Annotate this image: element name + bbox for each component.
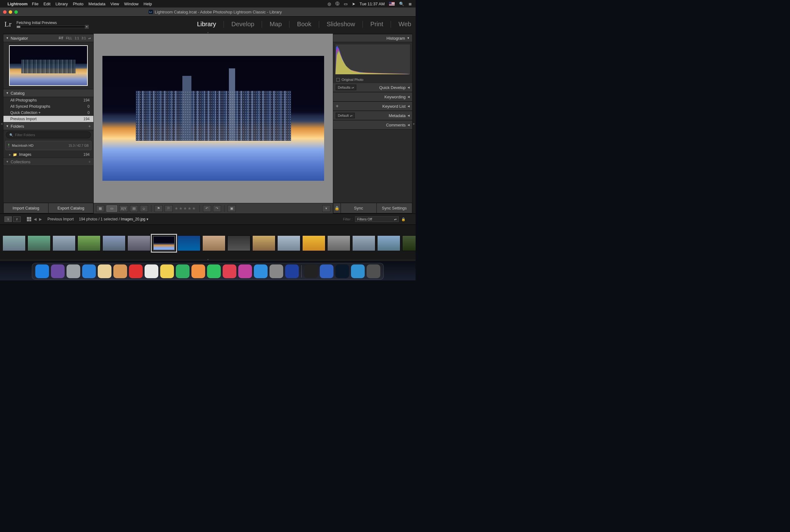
original-photo-toggle[interactable]: Original Photo bbox=[333, 76, 412, 83]
filmstrip-thumb[interactable] bbox=[277, 235, 300, 251]
module-library[interactable]: Library bbox=[197, 21, 216, 28]
catalog-header[interactable]: ▼ Catalog bbox=[3, 89, 93, 97]
menubar-clock[interactable]: Tue 11:37 AM bbox=[360, 2, 385, 6]
menu-edit[interactable]: Edit bbox=[43, 2, 50, 6]
minimize-window-button[interactable] bbox=[9, 10, 12, 14]
dock-app-icon[interactable] bbox=[191, 264, 205, 278]
menu-library[interactable]: Library bbox=[56, 2, 68, 6]
dock-app-icon[interactable] bbox=[335, 264, 349, 278]
primary-monitor-button[interactable]: 1 bbox=[4, 216, 12, 222]
spotlight-icon[interactable]: 🔍 bbox=[399, 2, 404, 6]
folder-row[interactable]: ▶ 📁 Images 194 bbox=[3, 151, 93, 158]
navigator-preview[interactable] bbox=[9, 45, 88, 86]
menu-help[interactable]: Help bbox=[144, 2, 152, 6]
checkbox-icon[interactable] bbox=[336, 78, 340, 81]
flag-reject-button[interactable]: ⚐ bbox=[165, 205, 173, 212]
input-source-flag-icon[interactable] bbox=[389, 2, 395, 6]
histogram-header[interactable]: Histogram ▼ bbox=[333, 34, 412, 42]
add-collection-button[interactable]: + bbox=[88, 159, 91, 164]
loupe-view-button[interactable]: ▭ bbox=[106, 205, 117, 212]
folders-header[interactable]: ▼ Folders + bbox=[3, 122, 93, 130]
add-folder-button[interactable]: + bbox=[88, 124, 91, 129]
filmstrip-thumb[interactable] bbox=[352, 235, 375, 251]
dock-app-icon[interactable] bbox=[176, 264, 190, 278]
filmstrip-thumb[interactable] bbox=[127, 235, 151, 251]
flag-pick-button[interactable]: ⚑ bbox=[154, 205, 163, 212]
dock-app-icon[interactable] bbox=[145, 264, 158, 278]
source-label[interactable]: Previous Import bbox=[48, 217, 74, 221]
keywording-header[interactable]: Keywording ◀ bbox=[333, 92, 412, 101]
filmstrip-thumb[interactable] bbox=[402, 235, 416, 251]
cursor-icon[interactable]: ➤ bbox=[352, 2, 355, 6]
nav-forward-icon[interactable]: ▶ bbox=[39, 217, 42, 221]
dock-app-icon[interactable] bbox=[129, 264, 143, 278]
module-book[interactable]: Book bbox=[297, 21, 311, 28]
module-develop[interactable]: Develop bbox=[231, 21, 254, 28]
comments-header[interactable]: Comments ◀ bbox=[333, 120, 412, 130]
displays-icon[interactable]: ▭ bbox=[344, 2, 347, 6]
keyword-list-header[interactable]: + Keyword List ◀ bbox=[333, 101, 412, 111]
navigator-header[interactable]: ▼ Navigator FIT FILL 1:1 3:1 ▴▾ bbox=[3, 34, 93, 42]
slideshow-button[interactable]: ▣ bbox=[228, 205, 236, 212]
dock-app-icon[interactable] bbox=[304, 264, 318, 278]
filmstrip-thumb[interactable] bbox=[152, 235, 175, 251]
module-map[interactable]: Map bbox=[269, 21, 282, 28]
compare-view-button[interactable]: X|Y bbox=[119, 205, 128, 212]
close-window-button[interactable] bbox=[3, 10, 6, 14]
rotate-cw-button[interactable]: ↷ bbox=[213, 205, 221, 212]
grid-view-button[interactable]: ▦ bbox=[96, 205, 104, 212]
dock-app-icon[interactable] bbox=[351, 264, 365, 278]
dock-app-icon[interactable] bbox=[285, 264, 299, 278]
quick-develop-header[interactable]: Defaults▴▾ Quick Develop ◀ bbox=[333, 83, 412, 92]
zoom-fit[interactable]: FIT bbox=[59, 37, 63, 40]
catalog-row-previous-import[interactable]: Previous Import194 bbox=[3, 116, 93, 122]
current-filename[interactable]: Images_20.jpg bbox=[121, 217, 146, 221]
status-icon[interactable]: ⓪ bbox=[335, 1, 339, 6]
filmstrip-thumb[interactable] bbox=[202, 235, 225, 251]
menu-photo[interactable]: Photo bbox=[73, 2, 83, 6]
filmstrip-thumb[interactable] bbox=[102, 235, 126, 251]
sync-lock-button[interactable]: 🔒 bbox=[333, 203, 341, 213]
filename-dropdown-icon[interactable]: ▾ bbox=[147, 217, 148, 221]
right-panel-grip[interactable]: ▸ bbox=[413, 34, 416, 213]
dock-app-icon[interactable] bbox=[35, 264, 49, 278]
filter-lock-icon[interactable]: 🔒 bbox=[401, 217, 406, 221]
identity-plate[interactable]: Lr bbox=[4, 20, 12, 28]
dock-app-icon[interactable] bbox=[366, 264, 380, 278]
filmstrip-thumb[interactable] bbox=[77, 235, 100, 251]
dock-app-icon[interactable] bbox=[113, 264, 127, 278]
sync-button[interactable]: Sync bbox=[341, 203, 377, 213]
filmstrip-thumb[interactable] bbox=[302, 235, 325, 251]
module-print[interactable]: Print bbox=[370, 21, 383, 28]
dock-app-icon[interactable] bbox=[207, 264, 221, 278]
export-catalog-button[interactable]: Export Catalog bbox=[49, 203, 93, 213]
volume-row[interactable]: Macintosh HD 15.3 / 42.7 GB bbox=[5, 141, 92, 150]
filmstrip-thumb[interactable] bbox=[377, 235, 400, 251]
survey-view-button[interactable]: ▤ bbox=[130, 205, 138, 212]
grid-icon[interactable] bbox=[27, 217, 31, 221]
dock-app-icon[interactable] bbox=[160, 264, 174, 278]
secondary-monitor-button[interactable]: 2 bbox=[13, 216, 21, 222]
cancel-activity-button[interactable]: ✕ bbox=[85, 25, 89, 29]
people-view-button[interactable]: ☺ bbox=[140, 205, 148, 212]
metadata-header[interactable]: Default▴▾ Metadata ◀ bbox=[333, 111, 412, 120]
filmstrip-thumb[interactable] bbox=[2, 235, 25, 251]
filmstrip-thumb[interactable] bbox=[177, 235, 201, 251]
metadata-preset-dropdown[interactable]: Default▴▾ bbox=[336, 113, 355, 118]
zoom-1to1[interactable]: 1:1 bbox=[75, 37, 79, 40]
catalog-row-synced[interactable]: All Synced Photographs0 bbox=[3, 103, 93, 110]
zoom-fill[interactable]: FILL bbox=[66, 37, 72, 40]
filmstrip-thumb[interactable] bbox=[327, 235, 350, 251]
filmstrip-thumb[interactable] bbox=[53, 235, 76, 251]
collections-header[interactable]: ▼ Collections + bbox=[3, 158, 93, 166]
dock-app-icon[interactable] bbox=[82, 264, 96, 278]
zoom-stepper-icon[interactable]: ▴▾ bbox=[88, 37, 91, 40]
dock-app-icon[interactable] bbox=[320, 264, 334, 278]
catalog-row-all[interactable]: All Photographs194 bbox=[3, 97, 93, 103]
dock-app-icon[interactable] bbox=[51, 264, 64, 278]
sync-settings-button[interactable]: Sync Settings bbox=[377, 203, 413, 213]
filmstrip[interactable] bbox=[0, 225, 416, 259]
left-panel-grip[interactable]: ◂ bbox=[0, 34, 3, 213]
nav-back-icon[interactable]: ◀ bbox=[34, 217, 37, 221]
menu-file[interactable]: File bbox=[32, 2, 38, 6]
